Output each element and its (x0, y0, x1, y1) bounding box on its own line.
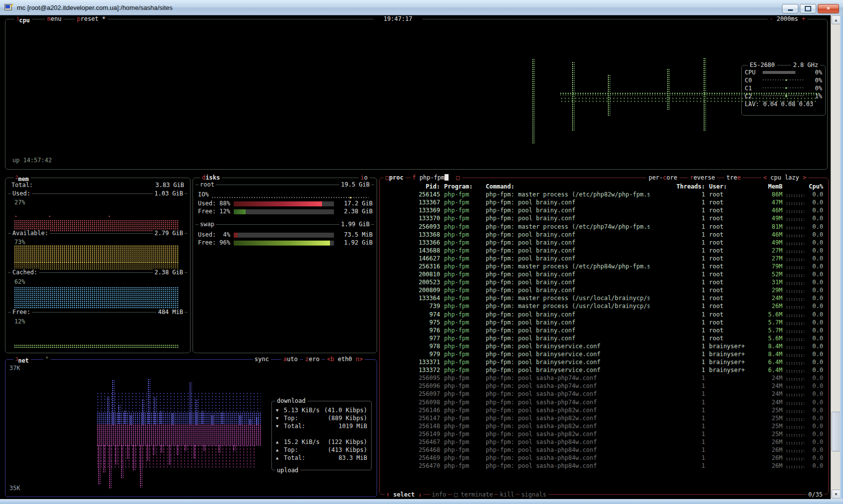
close-button[interactable]: ✕ (818, 4, 839, 13)
proc-row[interactable]: 256146php-fpmphp-fpm: pool sasha-php82w.… (380, 406, 828, 414)
disks-panel-label[interactable]: disks (200, 174, 222, 181)
proc-row[interactable]: 143688php-fpmphp-fpm: pool brainy.conf1r… (380, 247, 828, 254)
cpu-mini-graph (786, 410, 804, 413)
proc-row[interactable]: 133366php-fpmphp-fpm: pool brainy.conf1r… (380, 239, 828, 247)
proc-row[interactable]: 256468php-fpmphp-fpm: pool sasha-php84w.… (380, 446, 828, 454)
sync-button[interactable]: sync (253, 356, 271, 363)
select-action[interactable]: ↑ select ↓ (385, 491, 423, 498)
filter-text: php-fpm (419, 174, 445, 181)
cpu-mini-graph (786, 322, 804, 325)
scrollbar-thumb[interactable] (832, 412, 841, 451)
window-titlebar[interactable]: mc [root@a202.itdeveloper.com.ua]:/home/… (0, 0, 843, 15)
reverse-toggle[interactable]: reverse (688, 174, 717, 181)
disk-root-divider: root 19.5 GiB (195, 185, 374, 185)
proc-row[interactable]: 256149php-fpmphp-fpm: pool sasha-php82w.… (380, 430, 828, 438)
proc-row[interactable]: 200523php-fpmphp-fpm: pool brainy.conf1r… (380, 278, 828, 286)
proc-row[interactable]: 979php-fpmphp-fpm: pool brainyservice.co… (380, 350, 828, 358)
sort-selector[interactable]: < cpu lazy > (761, 174, 808, 181)
scroll-down-icon[interactable]: ▼ (832, 490, 841, 499)
proc-row[interactable]: 974php-fpmphp-fpm: pool brainy.conf1root… (380, 311, 828, 318)
terminal-scrollbar[interactable]: ▲ ▼ (831, 15, 841, 499)
proc-row[interactable]: 200809php-fpmphp-fpm: pool brainy.conf1r… (380, 286, 828, 294)
proc-row[interactable]: 256469php-fpmphp-fpm: pool sasha-php84w.… (380, 454, 828, 462)
proc-row[interactable]: 200810php-fpmphp-fpm: pool brainy.conf1r… (380, 270, 828, 278)
download-speed-row: ▼5.13 KiB/s(41.0 Kibps) (272, 406, 371, 414)
cpu-mini-graph (786, 362, 804, 365)
proc-footer: ↑ select ↓ info □ terminate kill signals… (385, 491, 824, 498)
proc-row[interactable]: 977php-fpmphp-fpm: pool brainy.conf1root… (380, 334, 828, 342)
download-spike (230, 419, 233, 425)
cpu-mini-graph (786, 458, 804, 461)
auto-button[interactable]: auto (281, 356, 300, 363)
proc-row[interactable]: 133370php-fpmphp-fpm: pool brainy.conf1r… (380, 214, 828, 222)
proc-row[interactable]: 256097php-fpmphp-fpm: pool sasha-php74w.… (380, 390, 828, 398)
signals-action[interactable]: signals (519, 491, 548, 498)
cpu-mini-graph (786, 282, 804, 285)
proc-row[interactable]: 975php-fpmphp-fpm: pool brainy.conf1root… (380, 318, 828, 326)
upload-spike (103, 445, 106, 473)
download-spike (256, 418, 259, 425)
swap-free-bar (234, 241, 330, 246)
proc-row[interactable]: 133372php-fpmphp-fpm: pool brainyservice… (380, 366, 828, 374)
cpu-mini-graph (786, 218, 804, 221)
meter-row-c0: C0 0% (742, 76, 825, 84)
kill-action[interactable]: kill (498, 491, 516, 498)
sort-prev-button[interactable]: < (763, 174, 767, 181)
download-total-row: ▼Total:1019 MiB (272, 422, 371, 430)
proc-panel-label[interactable]: □proc (384, 174, 405, 181)
proc-row[interactable]: 256316php-fpmphp-fpm: master process (/e… (380, 262, 828, 270)
mem-used-dot (15, 216, 17, 218)
scroll-up-icon[interactable]: ▲ (832, 15, 841, 24)
proc-row[interactable]: 256145php-fpmphp-fpm: master process (/e… (380, 190, 828, 198)
interface-switcher[interactable]: <b eth0 n> (325, 356, 365, 363)
load-average-row: LAV: 0.04 0.08 0.03 (742, 100, 825, 108)
upload-spike (109, 445, 112, 489)
cpu-meter-box: E5-2680 2.8 GHz CPU 0% C0 0% C1 0% (741, 65, 826, 116)
sort-mode: cpu lazy (771, 174, 799, 181)
proc-row[interactable]: 976php-fpmphp-fpm: pool brainy.conf1root… (380, 326, 828, 334)
down-arrow-icon: ▼ (276, 424, 284, 429)
cpu-mini-graph (786, 442, 804, 445)
tree-toggle[interactable]: tree (724, 174, 743, 181)
net-panel-label[interactable]: 3net (13, 356, 31, 364)
proc-row[interactable]: 146627php-fpmphp-fpm: pool brainy.conf1r… (380, 254, 828, 262)
per-core-toggle[interactable]: per-core (647, 174, 679, 181)
proc-row[interactable]: 133369php-fpmphp-fpm: pool brainy.conf1r… (380, 206, 828, 214)
process-filter-input[interactable]: f php-fpm □ (410, 174, 462, 181)
proc-row[interactable]: 133371php-fpmphp-fpm: pool brainyservice… (380, 358, 828, 366)
proc-row[interactable]: 256095php-fpmphp-fpm: pool sasha-php74w.… (380, 374, 828, 382)
mem-total-row: Total:3.83 GiB (11, 182, 184, 189)
proc-row[interactable]: 256093php-fpmphp-fpm: master process (/e… (380, 222, 828, 230)
proc-row[interactable]: 739php-fpmphp-fpm: master process (/usr/… (380, 302, 828, 310)
maximize-button[interactable] (800, 4, 816, 13)
cpu-mini-graph (786, 290, 804, 293)
proc-row[interactable]: 256147php-fpmphp-fpm: pool sasha-php82w.… (380, 414, 828, 422)
terminate-action[interactable]: terminate (459, 491, 494, 498)
cpu-mini-graph (786, 426, 804, 429)
proc-row[interactable]: 133364php-fpmphp-fpm: master process (/u… (380, 294, 828, 302)
proc-row[interactable]: 133368php-fpmphp-fpm: pool brainy.conf1r… (380, 231, 828, 239)
cpu-mini-graph (786, 466, 804, 469)
iface-next-button[interactable]: n> (356, 356, 363, 363)
download-spike (195, 400, 198, 425)
proc-columns-header[interactable]: Pid: Program: Command: Threads: User: Me… (380, 183, 828, 190)
info-action[interactable]: info (430, 491, 448, 498)
filter-clear-icon[interactable]: □ (456, 174, 459, 181)
upload-spike (133, 445, 135, 470)
download-spike (190, 382, 192, 425)
proc-row[interactable]: 256470php-fpmphp-fpm: pool sasha-php84w.… (380, 462, 828, 470)
cpu-mini-graph (786, 258, 804, 261)
minimize-button[interactable] (782, 4, 798, 13)
sort-next-button[interactable]: > (803, 174, 806, 181)
proc-row[interactable]: 256096php-fpmphp-fpm: pool sasha-php74w.… (380, 382, 828, 390)
iface-prev-button[interactable]: <b (327, 356, 334, 363)
proc-row[interactable]: 256098php-fpmphp-fpm: pool sasha-php74w.… (380, 398, 828, 406)
zero-button[interactable]: zero (303, 356, 322, 363)
cpu-mini-graph (786, 194, 804, 197)
proc-row[interactable]: 978php-fpmphp-fpm: pool brainyservice.co… (380, 342, 828, 350)
cpu-freq: 2.8 GHz (791, 62, 820, 68)
proc-row[interactable]: 256148php-fpmphp-fpm: pool sasha-php82w.… (380, 422, 828, 430)
io-mode-button[interactable]: io (359, 174, 370, 181)
proc-row[interactable]: 133367php-fpmphp-fpm: pool brainy.conf1r… (380, 198, 828, 206)
proc-row[interactable]: 256467php-fpmphp-fpm: pool sasha-php84w.… (380, 438, 828, 446)
